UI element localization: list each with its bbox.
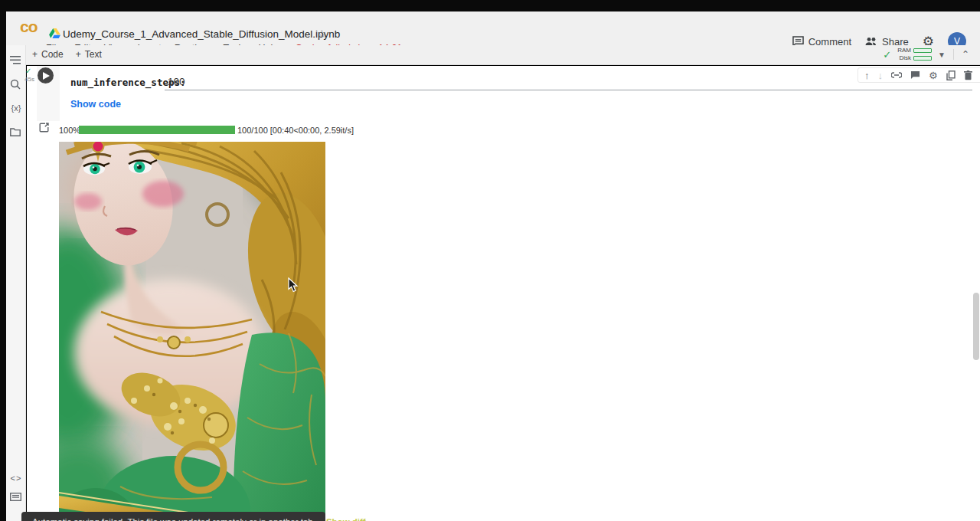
- form-param-input[interactable]: 100: [168, 76, 185, 87]
- resource-gauges[interactable]: RAM Disk: [897, 47, 932, 62]
- snackbar-message: Automatic saving failed. This file was u…: [32, 517, 315, 521]
- colab-header: co Udemy_Course_1_Advanced_Stable_Diffus…: [6, 11, 980, 45]
- play-icon: [43, 72, 50, 80]
- table-of-contents-icon[interactable]: [10, 56, 22, 64]
- vertical-scrollbar-thumb[interactable]: [973, 293, 979, 360]
- window-left-edge: [0, 11, 6, 521]
- mouse-cursor: [288, 277, 299, 293]
- files-folder-icon[interactable]: [10, 128, 22, 136]
- move-cell-down-icon[interactable]: ↓: [878, 70, 884, 80]
- left-sidebar: {x} <>: [6, 45, 26, 521]
- runtime-dropdown-caret-icon[interactable]: ▼: [938, 51, 946, 59]
- terminal-icon[interactable]: [10, 493, 22, 501]
- run-cell-button[interactable]: [38, 67, 54, 84]
- move-cell-up-icon[interactable]: ↑: [864, 70, 870, 80]
- cell-settings-gear-icon[interactable]: ⚙: [929, 70, 938, 80]
- snackbar: Automatic saving failed. This file was u…: [21, 512, 325, 521]
- drive-icon: [49, 28, 60, 38]
- window-top-bar: [0, 0, 980, 11]
- delete-cell-icon[interactable]: [964, 70, 972, 80]
- disk-label: Disk: [899, 54, 911, 62]
- copy-cell-icon[interactable]: [946, 70, 956, 80]
- link-cell-icon[interactable]: [891, 72, 902, 78]
- cell-success-check-icon: ✓: [25, 67, 31, 75]
- cell-output-icon[interactable]: [39, 123, 49, 133]
- code-snippets-icon[interactable]: <>: [10, 473, 22, 483]
- add-text-button[interactable]: + Text: [76, 49, 102, 60]
- show-code-link[interactable]: Show code: [70, 99, 121, 110]
- progress-fill: [79, 126, 235, 134]
- cell-toolbar: ↑ ↓ ⚙ ⋮: [858, 67, 980, 83]
- collapse-sections-chevron-icon[interactable]: ⌃: [953, 49, 969, 60]
- runtime-connected-check-icon: ✓: [883, 49, 891, 61]
- notebook-content: ✓ 45s num_inference_steps: 100 Show code…: [27, 66, 980, 521]
- form-input-underline: [165, 90, 972, 90]
- show-diff-button[interactable]: Show diff: [326, 517, 366, 521]
- colab-logo[interactable]: co: [20, 18, 38, 36]
- ram-label: RAM: [897, 47, 911, 54]
- progress-bar: [79, 126, 235, 134]
- star-icon[interactable]: ☆: [317, 28, 327, 40]
- generated-image: [59, 142, 325, 521]
- disk-gauge: [913, 56, 932, 61]
- plus-icon: +: [76, 49, 81, 60]
- search-icon[interactable]: [10, 79, 22, 90]
- variables-icon[interactable]: {x}: [10, 103, 22, 113]
- cell-exec-time: 45s: [24, 76, 34, 83]
- progress-status-text: 100/100 [00:40<00:00, 2.59it/s]: [237, 126, 354, 135]
- add-code-button[interactable]: + Code: [32, 49, 64, 60]
- add-comment-icon[interactable]: [910, 70, 920, 80]
- progress-percent: 100%: [59, 126, 80, 135]
- plus-icon: +: [32, 49, 38, 60]
- notebook-filename[interactable]: Udemy_Course_1_Advanced_Stable_Diffusion…: [63, 28, 340, 40]
- notebook-toolbar: + Code + Text ✓ RAM Disk ▼ ⌃: [26, 45, 980, 65]
- ram-gauge: [913, 48, 932, 53]
